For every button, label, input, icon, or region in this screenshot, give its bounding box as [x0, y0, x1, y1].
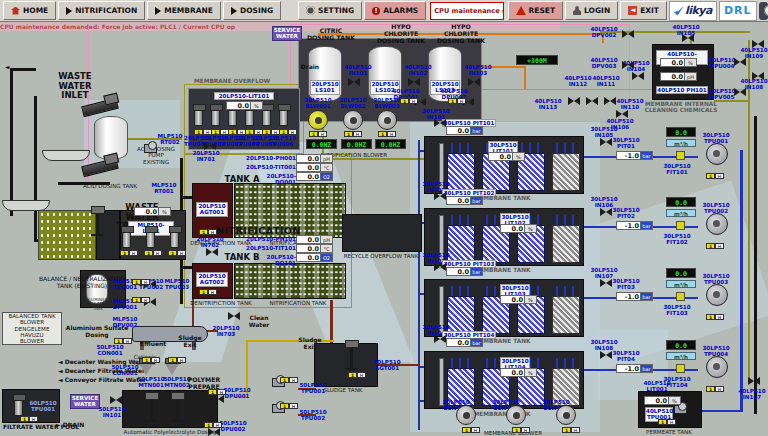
- value-display: 0.0%: [500, 295, 537, 304]
- nav-membrane-button[interactable]: MEMBRANE: [147, 1, 221, 20]
- blower-icon[interactable]: [308, 110, 328, 130]
- alarms-button[interactable]: !ALARMS: [364, 1, 426, 20]
- valve-icon[interactable]: [600, 279, 612, 288]
- valve-icon[interactable]: [622, 61, 634, 70]
- small-pump-icon[interactable]: [144, 144, 157, 153]
- pipe-segment: [754, 116, 757, 414]
- vertical-pump-icon[interactable]: [194, 108, 203, 126]
- valve-icon[interactable]: [110, 396, 122, 405]
- exit-button[interactable]: ◄EXIT: [620, 1, 667, 20]
- setting-button[interactable]: SETTING: [298, 1, 362, 20]
- blower-icon[interactable]: [343, 110, 363, 130]
- valve-icon[interactable]: [748, 377, 760, 386]
- flow-sensor-icon[interactable]: [676, 292, 685, 301]
- device-tag: 50LP510 IN101: [98, 406, 126, 419]
- vertical-pump-icon[interactable]: [279, 108, 288, 126]
- valve-icon[interactable]: [734, 58, 746, 67]
- device-tag: 40LP510 DPV005: [708, 88, 736, 101]
- valve-icon[interactable]: [468, 78, 480, 87]
- valve-icon[interactable]: [616, 110, 628, 119]
- agitator-icon[interactable]: [150, 398, 153, 422]
- valve-icon[interactable]: [206, 248, 218, 257]
- valve-icon[interactable]: [348, 78, 360, 87]
- agitator-icon[interactable]: [350, 346, 353, 370]
- vertical-pump-icon[interactable]: [228, 108, 237, 126]
- valve-icon[interactable]: [228, 312, 240, 321]
- nav-home-button[interactable]: HOME: [3, 1, 56, 20]
- login-button[interactable]: LOGIN: [565, 1, 618, 20]
- play-icon: [66, 7, 72, 15]
- centrifugal-pump-icon[interactable]: [704, 284, 728, 306]
- vertical-pump-icon[interactable]: [122, 230, 131, 248]
- vertical-pump-icon[interactable]: [14, 398, 23, 416]
- display-unit: bar: [471, 126, 483, 135]
- centrifugal-pump-icon[interactable]: [704, 143, 728, 165]
- balance-tank-aeration[interactable]: [38, 210, 96, 260]
- valve-icon[interactable]: [734, 88, 746, 97]
- valve-icon[interactable]: [434, 335, 446, 344]
- vertical-pump-icon[interactable]: [170, 230, 179, 248]
- device-tag: 40LP510 DPV002: [590, 26, 618, 39]
- valve-icon[interactable]: [434, 263, 446, 272]
- nitrification-tank-b[interactable]: [234, 263, 346, 299]
- vertical-pump-icon[interactable]: [245, 108, 254, 126]
- valve-icon[interactable]: [408, 78, 420, 87]
- status-indicator: 1H: [280, 403, 298, 409]
- valve-icon[interactable]: [586, 97, 598, 106]
- permeate-stub-pipe: [459, 215, 461, 225]
- valve-icon[interactable]: [434, 119, 446, 128]
- nav-nitrification-button[interactable]: NITRIFICATION: [58, 1, 145, 20]
- flow-sensor-icon[interactable]: [676, 151, 685, 160]
- clock-icon[interactable]: [759, 2, 768, 20]
- collection-basin[interactable]: [42, 150, 90, 161]
- text-label: Effluent: [136, 341, 170, 348]
- vertical-pump-icon[interactable]: [146, 230, 155, 248]
- small-pump-icon[interactable]: [674, 405, 687, 414]
- recycle-overflow-tank[interactable]: [342, 214, 422, 252]
- centrifugal-pump-icon[interactable]: [704, 356, 728, 378]
- pipe-segment: [10, 68, 36, 71]
- vertical-pump-icon[interactable]: [211, 108, 220, 126]
- agitator-icon[interactable]: [176, 398, 179, 422]
- reset-button[interactable]: RESET: [508, 1, 564, 20]
- display-unit: pH: [685, 72, 697, 81]
- display-unit: %: [525, 295, 537, 304]
- valve-icon[interactable]: [632, 72, 644, 81]
- display-value: 0.0: [296, 235, 321, 244]
- blower-icon[interactable]: [377, 110, 397, 130]
- valve-icon[interactable]: [600, 351, 612, 360]
- status-indicator: 1H: [706, 173, 724, 179]
- play-icon: [155, 7, 161, 15]
- valve-icon[interactable]: [600, 138, 612, 147]
- status-indicator: 1H: [245, 129, 263, 135]
- flow-sensor-icon[interactable]: [676, 364, 685, 373]
- valve-icon[interactable]: [208, 428, 220, 436]
- valve-icon[interactable]: [568, 97, 580, 106]
- valve-icon[interactable]: [600, 208, 612, 217]
- display-value: 0.0: [488, 152, 513, 161]
- value-display: 0.0%: [644, 396, 681, 405]
- valve-icon[interactable]: [752, 72, 764, 81]
- valve-icon[interactable]: [622, 30, 634, 39]
- membrane-cassette: [552, 296, 580, 334]
- flow-unit-chip: m³/h: [666, 280, 696, 288]
- flow-sensor-icon[interactable]: [676, 221, 685, 230]
- display-unit: bar: [641, 364, 653, 373]
- valve-icon[interactable]: [682, 34, 694, 43]
- value-display: 0.0pH: [296, 235, 333, 244]
- valve-icon[interactable]: [212, 395, 224, 404]
- nav-dosing-button[interactable]: DOSING: [223, 1, 281, 20]
- blower-icon[interactable]: [556, 405, 576, 425]
- valve-icon[interactable]: [604, 97, 616, 106]
- blower-icon[interactable]: [506, 405, 526, 425]
- valve-icon[interactable]: [434, 192, 446, 201]
- valve-icon[interactable]: [752, 40, 764, 49]
- vertical-pump-icon[interactable]: [262, 108, 271, 126]
- value-display: -1.0bar: [616, 151, 653, 160]
- permeate-stub-pipe: [529, 143, 531, 153]
- centrifugal-pump-icon[interactable]: [704, 213, 728, 235]
- agitator-icon[interactable]: [96, 212, 99, 236]
- valve-icon[interactable]: [204, 142, 216, 151]
- collection-basin[interactable]: [2, 200, 50, 211]
- blower-icon[interactable]: [456, 405, 476, 425]
